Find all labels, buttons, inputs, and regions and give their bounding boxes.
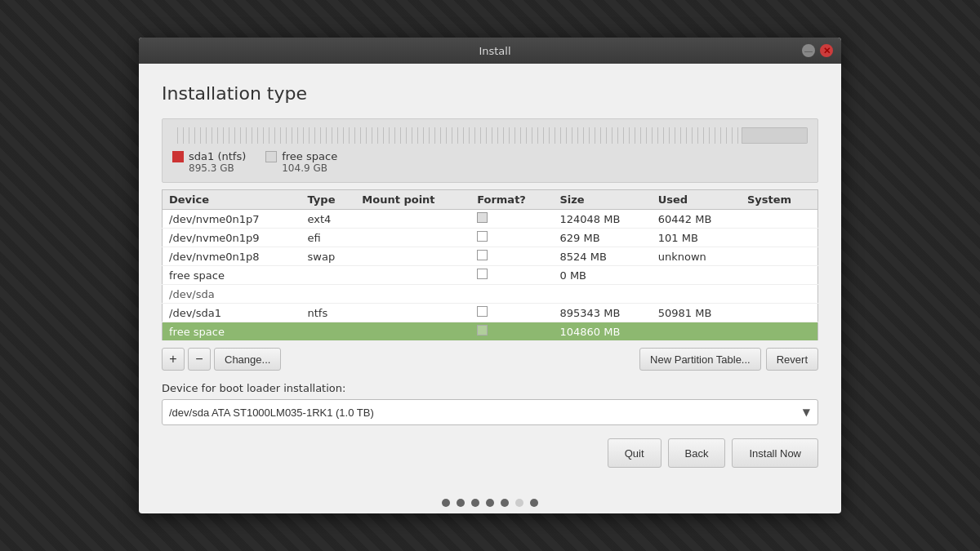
- cell-size: 629 MB: [553, 229, 651, 247]
- cell-device: /dev/nvme0n1p7: [163, 210, 301, 229]
- cell-used: 101 MB: [652, 229, 741, 247]
- cell-type: [301, 266, 356, 285]
- cell-device: /dev/nvme0n1p8: [163, 247, 301, 266]
- window-title: Install: [188, 45, 802, 57]
- cell-device: free space: [163, 322, 301, 341]
- quit-button[interactable]: Quit: [608, 438, 662, 468]
- table-row[interactable]: /dev/nvme0n1p7 ext4 124048 MB 60442 MB: [163, 210, 818, 229]
- content-area: Installation type sda1 (ntfs) 895.3 GB: [139, 64, 841, 484]
- dot-2: [457, 499, 465, 507]
- minimize-button[interactable]: —: [802, 44, 815, 57]
- action-left: + − Change...: [162, 348, 281, 371]
- page-title: Installation type: [162, 83, 818, 104]
- free-label: free space: [282, 150, 337, 162]
- table-row-selected[interactable]: free space 104860 MB: [163, 322, 818, 341]
- cell-format: [470, 322, 553, 341]
- dot-1: [442, 499, 450, 507]
- cell-type: efi: [301, 229, 356, 247]
- table-row-group: /dev/sda: [163, 285, 818, 304]
- col-type: Type: [301, 190, 356, 210]
- cell-mount: [355, 210, 470, 229]
- back-button[interactable]: Back: [668, 438, 726, 468]
- cell-mount: [355, 322, 470, 341]
- cell-used: [652, 266, 741, 285]
- close-button[interactable]: ✕: [820, 44, 833, 57]
- free-color-swatch: [265, 151, 277, 162]
- titlebar: Install — ✕: [139, 38, 841, 64]
- col-system: System: [741, 190, 818, 210]
- add-partition-button[interactable]: +: [162, 348, 185, 371]
- dot-7: [530, 499, 538, 507]
- cell-system: [741, 210, 818, 229]
- cell-type: ext4: [301, 210, 356, 229]
- col-used: Used: [652, 190, 741, 210]
- cell-device: /dev/nvme0n1p9: [163, 229, 301, 247]
- cell-mount: [355, 304, 470, 322]
- legend-ntfs: sda1 (ntfs) 895.3 GB: [172, 150, 246, 174]
- legend-free: free space 104.9 GB: [265, 150, 337, 174]
- cell-format: [470, 247, 553, 266]
- disk-legend: sda1 (ntfs) 895.3 GB free space 104.9 GB: [172, 150, 808, 174]
- new-partition-table-button[interactable]: New Partition Table...: [639, 348, 761, 371]
- col-device: Device: [163, 190, 301, 210]
- install-now-button[interactable]: Install Now: [732, 438, 818, 468]
- cell-size: 124048 MB: [553, 210, 651, 229]
- table-row[interactable]: /dev/nvme0n1p9 efi 629 MB 101 MB: [163, 229, 818, 247]
- cell-system: [741, 247, 818, 266]
- bottom-buttons: Quit Back Install Now: [162, 438, 818, 468]
- cell-format: [470, 210, 553, 229]
- disk-bar-free: [742, 127, 808, 144]
- installer-dots: [139, 499, 841, 513]
- col-size: Size: [553, 190, 651, 210]
- col-format: Format?: [470, 190, 553, 210]
- cell-mount: [355, 266, 470, 285]
- dot-5: [501, 499, 509, 507]
- cell-type: swap: [301, 247, 356, 266]
- table-row[interactable]: /dev/nvme0n1p8 swap 8524 MB unknown: [163, 247, 818, 266]
- cell-size: 104860 MB: [553, 322, 651, 341]
- table-header-row: Device Type Mount point Format? Size Use…: [163, 190, 818, 210]
- installer-window: Install — ✕ Installation type sda1 (ntfs…: [139, 38, 841, 513]
- cell-size: 895343 MB: [553, 304, 651, 322]
- cell-format: [470, 229, 553, 247]
- change-partition-button[interactable]: Change...: [214, 348, 281, 371]
- ntfs-color-swatch: [172, 151, 184, 162]
- cell-size: 8524 MB: [553, 247, 651, 266]
- col-mount: Mount point: [355, 190, 470, 210]
- cell-system: [741, 322, 818, 341]
- cell-format: [470, 304, 553, 322]
- cell-type: ntfs: [301, 304, 356, 322]
- revert-button[interactable]: Revert: [766, 348, 818, 371]
- dot-3: [471, 499, 479, 507]
- cell-format: [470, 266, 553, 285]
- disk-bar-wrapper: sda1 (ntfs) 895.3 GB free space 104.9 GB: [162, 118, 818, 183]
- cell-type: [301, 322, 356, 341]
- table-row[interactable]: /dev/sda1 ntfs 895343 MB 50981 MB: [163, 304, 818, 322]
- cell-size: 0 MB: [553, 266, 651, 285]
- disk-bar: [172, 127, 808, 144]
- cell-mount: [355, 229, 470, 247]
- dot-6: [515, 499, 523, 507]
- remove-partition-button[interactable]: −: [188, 348, 211, 371]
- ntfs-size: 895.3 GB: [189, 162, 246, 174]
- cell-system: [741, 266, 818, 285]
- table-actions: + − Change... New Partition Table... Rev…: [162, 348, 818, 371]
- cell-system: [741, 304, 818, 322]
- table-row[interactable]: free space 0 MB: [163, 266, 818, 285]
- cell-used: 60442 MB: [652, 210, 741, 229]
- cell-used: [652, 322, 741, 341]
- ntfs-label: sda1 (ntfs): [189, 150, 246, 162]
- bootloader-select-wrapper: /dev/sda ATA ST1000LM035-1RK1 (1.0 TB) ▼: [162, 399, 818, 425]
- cell-system: [741, 229, 818, 247]
- bootloader-select[interactable]: /dev/sda ATA ST1000LM035-1RK1 (1.0 TB): [162, 399, 818, 425]
- cell-used: unknown: [652, 247, 741, 266]
- cell-device: /dev/sda1: [163, 304, 301, 322]
- cell-group-label: /dev/sda: [163, 285, 818, 304]
- disk-bar-ntfs: [172, 127, 742, 144]
- cell-device: free space: [163, 266, 301, 285]
- bootloader-label: Device for boot loader installation:: [162, 382, 818, 394]
- partition-table: Device Type Mount point Format? Size Use…: [162, 189, 818, 341]
- cell-used: 50981 MB: [652, 304, 741, 322]
- action-right: New Partition Table... Revert: [639, 348, 818, 371]
- window-controls: — ✕: [802, 44, 833, 57]
